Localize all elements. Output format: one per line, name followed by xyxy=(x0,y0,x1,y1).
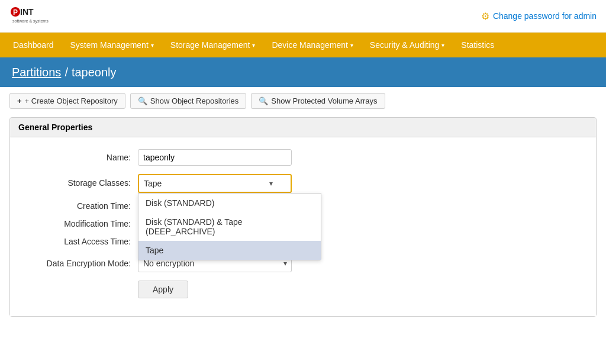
storage-classes-dropdown[interactable]: Tape ▾ xyxy=(138,174,292,193)
chevron-down-icon: ▾ xyxy=(269,179,273,188)
nav-item-dashboard[interactable]: Dashboard xyxy=(5,33,62,57)
dropdown-option-disk-tape[interactable]: Disk (STANDARD) & Tape (DEEP_ARCHIVE) xyxy=(138,212,321,241)
nav-dashboard-label: Dashboard xyxy=(13,40,54,50)
nav-item-system-management[interactable]: System Management ▾ xyxy=(62,33,162,57)
svg-text:software & systems: software & systems xyxy=(12,19,49,24)
chevron-down-icon: ▾ xyxy=(252,42,255,49)
breadcrumb: Partitions / tapeonly xyxy=(0,57,606,87)
apply-button[interactable]: Apply xyxy=(138,281,188,298)
apply-row: Apply xyxy=(20,281,586,298)
nav-storage-label: Storage Management xyxy=(170,40,250,50)
encryption-label: Data Encryption Mode: xyxy=(20,259,138,268)
logo-icon: P INT software & systems xyxy=(9,5,51,27)
storage-classes-value: Tape xyxy=(144,179,162,188)
breadcrumb-parent-link[interactable]: Partitions xyxy=(12,66,61,79)
name-row: Name: xyxy=(20,149,586,166)
nav-statistics-label: Statistics xyxy=(461,40,494,50)
logo: P INT software & systems xyxy=(9,5,51,27)
nav-bar: Dashboard System Management ▾ Storage Ma… xyxy=(0,33,606,57)
storage-classes-dropdown-list: Disk (STANDARD) Disk (STANDARD) & Tape (… xyxy=(138,193,321,260)
show-volumes-label: Show Protected Volume Arrays xyxy=(271,96,377,105)
nav-item-storage-management[interactable]: Storage Management ▾ xyxy=(162,33,264,57)
last-access-label: Last Access Time: xyxy=(20,237,138,246)
plus-icon: + xyxy=(17,96,22,105)
svg-text:INT: INT xyxy=(20,7,34,17)
nav-item-device-management[interactable]: Device Management ▾ xyxy=(263,33,361,57)
search-icon: 🔍 xyxy=(259,96,268,105)
nav-device-label: Device Management xyxy=(272,40,347,50)
name-label: Name: xyxy=(20,153,138,162)
chevron-down-icon: ▾ xyxy=(151,42,154,49)
nav-security-label: Security & Auditing xyxy=(370,40,440,50)
top-header: P INT software & systems ⚙ Change passwo… xyxy=(0,0,606,33)
dropdown-option-disk-standard[interactable]: Disk (STANDARD) xyxy=(138,194,321,212)
chevron-down-icon: ▾ xyxy=(350,42,353,49)
change-password-label: Change password for admin xyxy=(493,11,597,21)
toolbar: + + Create Object Repository 🔍 Show Obje… xyxy=(0,87,606,115)
storage-classes-row: Storage Classes: Tape ▾ Disk (STANDARD) … xyxy=(20,174,586,193)
storage-classes-label: Storage Classes: xyxy=(20,174,138,188)
nav-item-security-auditing[interactable]: Security & Auditing ▾ xyxy=(362,33,453,57)
show-object-repositories-button[interactable]: 🔍 Show Object Repositories xyxy=(130,93,247,109)
creation-time-label: Creation Time: xyxy=(20,201,138,211)
gear-icon: ⚙ xyxy=(481,11,489,22)
modification-time-label: Modification Time: xyxy=(20,219,138,228)
section-body: Name: Storage Classes: Tape ▾ Disk (STAN… xyxy=(10,137,596,316)
chevron-down-icon: ▾ xyxy=(441,42,444,49)
create-btn-label: + Create Object Repository xyxy=(25,96,118,105)
breadcrumb-current: tapeonly xyxy=(72,66,117,79)
nav-item-statistics[interactable]: Statistics xyxy=(453,33,502,57)
breadcrumb-separator: / xyxy=(65,66,68,79)
create-object-repository-button[interactable]: + + Create Object Repository xyxy=(9,93,125,109)
show-repos-label: Show Object Repositories xyxy=(150,96,239,105)
search-icon: 🔍 xyxy=(138,96,147,105)
dropdown-option-tape[interactable]: Tape xyxy=(138,241,321,260)
change-password-link[interactable]: ⚙ Change password for admin xyxy=(481,11,597,22)
section-title: General Properties xyxy=(10,118,596,137)
nav-system-label: System Management xyxy=(70,40,149,50)
name-input[interactable] xyxy=(138,149,292,166)
show-protected-volume-arrays-button[interactable]: 🔍 Show Protected Volume Arrays xyxy=(251,93,385,109)
general-properties-section: General Properties Name: Storage Classes… xyxy=(9,117,597,317)
svg-text:P: P xyxy=(13,8,18,17)
storage-classes-dropdown-wrapper: Tape ▾ Disk (STANDARD) Disk (STANDARD) &… xyxy=(138,174,292,193)
